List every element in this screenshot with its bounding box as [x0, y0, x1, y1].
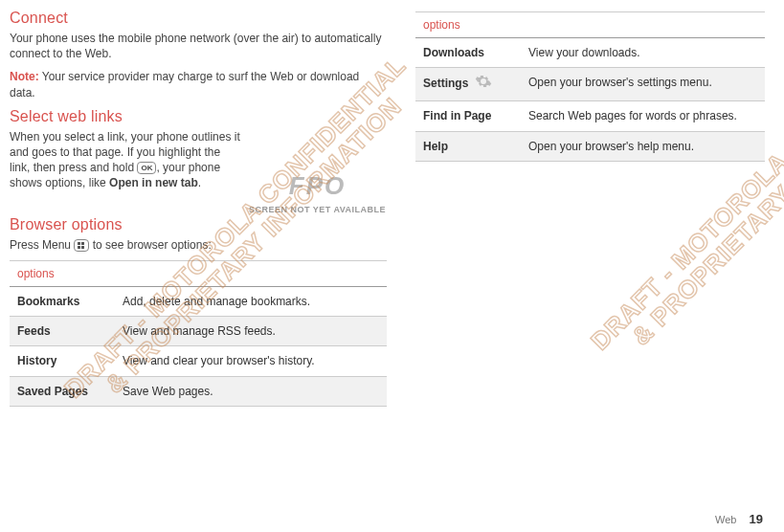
select-links-para: When you select a link, your phone outli…	[10, 129, 240, 207]
intro-a: Press Menu	[10, 238, 74, 252]
table-row: Help Open your browser's help menu.	[415, 131, 765, 161]
ok-key-icon: OK	[137, 162, 156, 174]
fpo-placeholder: FPO SCREEN NOT YET AVAILABLE	[248, 129, 387, 214]
options-table-left: options Bookmarks Add, delete and manage…	[10, 260, 387, 407]
connect-para: Your phone uses the mobile phone network…	[10, 31, 387, 61]
open-in-new-tab-label: Open in new tab	[109, 176, 198, 189]
table-header: options	[415, 12, 765, 38]
browser-options-intro: Press Menu to see browser options:	[10, 237, 387, 253]
row-label: Settings	[415, 68, 521, 101]
row-desc: Search Web pages for words or phrases.	[521, 101, 765, 131]
row-label: Bookmarks	[10, 286, 115, 316]
heading-browser-options: Browser options	[10, 216, 387, 233]
note-label: Note:	[10, 70, 39, 83]
table-row: Bookmarks Add, delete and manage bookmar…	[10, 286, 387, 316]
row-label: Saved Pages	[10, 376, 115, 406]
table-row: Downloads View your downloads.	[415, 38, 765, 68]
row-desc: View your downloads.	[521, 38, 765, 68]
note-text: Your service provider may charge to surf…	[10, 70, 359, 99]
menu-key-icon	[74, 239, 89, 252]
row-label: Feeds	[10, 317, 115, 346]
row-desc: Open your browser's help menu.	[521, 131, 765, 161]
table-row: Find in Page Search Web pages for words …	[415, 101, 765, 131]
table-header: options	[10, 260, 387, 286]
gear-icon	[475, 73, 492, 94]
footer-page-number: 19	[750, 512, 763, 526]
table-row: History View and clear your browser's hi…	[10, 346, 387, 376]
table-row: Saved Pages Save Web pages.	[10, 376, 387, 406]
heading-select-web-links: Select web links	[10, 108, 387, 125]
row-label: History	[10, 346, 115, 376]
options-table-right: options Downloads View your downloads. S…	[415, 11, 765, 162]
fpo-label: FPO	[248, 171, 387, 201]
row-desc: Save Web pages.	[115, 376, 387, 406]
connect-note: Note: Your service provider may charge t…	[10, 69, 387, 100]
row-label: Downloads	[415, 38, 521, 68]
row-desc: View and manage RSS feeds.	[115, 317, 387, 346]
row-desc: Open your browser's settings menu.	[521, 68, 765, 101]
table-row: Feeds View and manage RSS feeds.	[10, 317, 387, 346]
intro-b: to see browser options:	[89, 238, 211, 252]
page-footer: Web 19	[715, 512, 763, 526]
select-text-c: .	[198, 176, 201, 189]
table-row: Settings Open your browser's settings me…	[415, 68, 765, 101]
footer-section: Web	[715, 514, 736, 525]
row-desc: Add, delete and manage bookmarks.	[115, 286, 387, 316]
heading-connect: Connect	[10, 10, 387, 27]
row-label: Help	[415, 131, 521, 161]
row-label: Find in Page	[415, 101, 521, 131]
row-desc: View and clear your browser's history.	[115, 346, 387, 376]
fpo-caption: SCREEN NOT YET AVAILABLE	[248, 205, 387, 214]
